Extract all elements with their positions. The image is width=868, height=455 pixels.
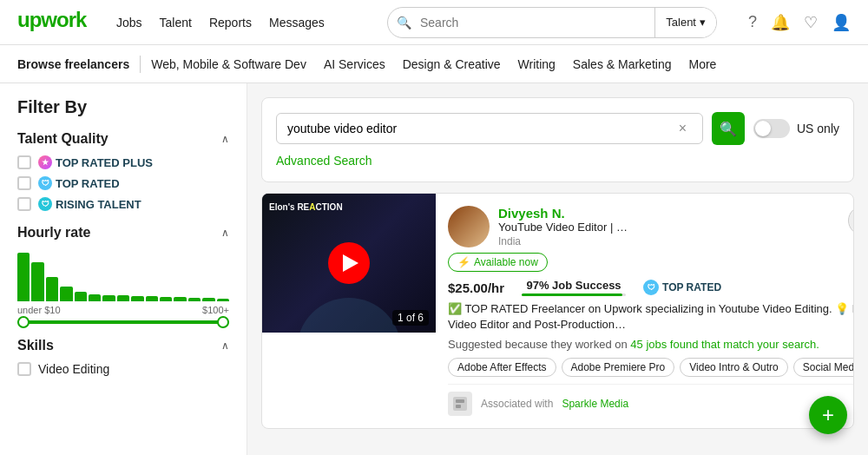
lightning-icon: ⚡: [457, 256, 470, 268]
tag-premiere-pro[interactable]: Adobe Premiere Pro: [562, 358, 675, 377]
top-rated-icon: 🛡: [643, 280, 659, 295]
hourly-rate-section: Hourly rate ∧ under $10 $100+: [17, 225, 229, 324]
card-video-thumbnail[interactable]: Elon's REACTION 1 of 6: [262, 194, 436, 333]
chart-bar: [31, 262, 43, 301]
subnav-writing[interactable]: Writing: [518, 57, 556, 71]
card-actions: ♡ Message Invite to Job: [848, 206, 854, 235]
browse-freelancers-label: Browse freelancers: [17, 57, 129, 71]
video-editing-checkbox[interactable]: [17, 362, 31, 376]
card-description: ✅ TOP RATED Freelancer on Upwork special…: [448, 301, 854, 333]
freelancer-search-field[interactable]: ×: [276, 113, 703, 144]
chart-bar: [202, 298, 214, 301]
fab-button[interactable]: +: [809, 396, 847, 434]
svg-rect-3: [456, 399, 464, 403]
company-name[interactable]: Sparkle Media: [562, 398, 628, 410]
chart-bar: [89, 294, 101, 301]
card-top: Divyesh N. YouTube Video Editor | … Indi…: [448, 206, 854, 247]
save-freelancer-button[interactable]: ♡: [848, 206, 854, 235]
advanced-search-link[interactable]: Advanced Search: [276, 154, 372, 168]
nav-messages[interactable]: Messages: [269, 16, 325, 30]
nav-jobs[interactable]: Jobs: [116, 16, 142, 30]
top-rated-plus-badge: ★ TOP RATED PLUS: [38, 155, 153, 169]
suggested-link[interactable]: 45 jobs found that match your search.: [630, 338, 819, 351]
main-nav: Jobs Talent Reports Messages: [116, 16, 325, 30]
skills-header[interactable]: Skills ∧: [17, 338, 229, 353]
profile-icon[interactable]: 👤: [832, 13, 851, 32]
job-success: 97% Job Success: [522, 279, 626, 296]
hourly-rate-header[interactable]: Hourly rate ∧: [17, 225, 229, 241]
logo[interactable]: upwork: [17, 8, 95, 37]
skills-title: Skills: [17, 338, 54, 353]
freelancer-name[interactable]: Divyesh N.: [498, 206, 628, 221]
chart-bar: [60, 287, 72, 301]
card-inner: Elon's REACTION 1 of 6: [262, 194, 853, 428]
nav-reports[interactable]: Reports: [209, 16, 252, 30]
talent-quality-title: Talent Quality: [17, 131, 108, 147]
filter-top-rated-plus[interactable]: ★ TOP RATED PLUS: [17, 155, 229, 169]
clear-search-button[interactable]: ×: [679, 121, 687, 136]
subnav-more[interactable]: More: [688, 57, 716, 71]
filter-top-rated[interactable]: 🛡 TOP RATED: [17, 176, 229, 190]
top-rated-checkbox[interactable]: [17, 176, 31, 190]
slider-thumb-right[interactable]: [217, 316, 229, 328]
skill-video-editing[interactable]: Video Editing: [17, 362, 229, 376]
video-play-button[interactable]: [328, 242, 370, 284]
content-area: × 🔍 US only Advanced Search Elon's REACT…: [247, 83, 868, 455]
us-only-toggle[interactable]: US only: [753, 119, 839, 138]
global-search-input[interactable]: [420, 16, 654, 30]
available-now-badge[interactable]: ⚡ Available now: [448, 253, 548, 272]
play-icon: [343, 254, 358, 272]
chart-bars: [17, 249, 229, 301]
nav-talent[interactable]: Talent: [160, 16, 192, 30]
search-submit-button[interactable]: 🔍: [712, 112, 745, 145]
chart-bar: [117, 295, 129, 301]
associated-label: Associated with: [481, 398, 553, 410]
freelancer-search-input[interactable]: [287, 122, 679, 135]
global-search-bar: 🔍 Talent ▾: [387, 7, 717, 38]
toggle-knob: [755, 121, 771, 136]
us-only-switch[interactable]: [753, 119, 790, 138]
top-rated-icon: 🛡: [38, 176, 52, 190]
rising-talent-checkbox[interactable]: [17, 197, 31, 211]
freelancer-details: Divyesh N. YouTube Video Editor | … Indi…: [498, 206, 628, 247]
hourly-rate-chevron: ∧: [221, 227, 229, 239]
subnav-divider: [140, 56, 141, 73]
hourly-rate-slider[interactable]: [17, 320, 229, 324]
subnav-design[interactable]: Design & Creative: [403, 57, 501, 71]
tag-after-effects[interactable]: Adobe After Effects: [448, 358, 556, 377]
search-category-button[interactable]: Talent ▾: [654, 8, 716, 37]
main-layout: Filter By Talent Quality ∧ ★ TOP RATED P…: [0, 83, 868, 455]
top-rated-plus-checkbox[interactable]: [17, 155, 31, 169]
filter-sidebar: Filter By Talent Quality ∧ ★ TOP RATED P…: [0, 83, 247, 455]
chart-bar: [146, 296, 158, 301]
rising-talent-badge: 🛡 RISING TALENT: [38, 197, 141, 211]
svg-point-1: [297, 298, 401, 333]
card-right: Divyesh N. YouTube Video Editor | … Indi…: [436, 194, 854, 428]
notifications-icon[interactable]: 🔔: [771, 13, 790, 32]
subnav-ai[interactable]: AI Services: [324, 57, 385, 71]
subnav-web[interactable]: Web, Mobile & Software Dev: [151, 57, 306, 71]
help-icon[interactable]: ?: [748, 13, 757, 31]
freelancer-location: India: [498, 235, 628, 247]
subnav: Browse freelancers Web, Mobile & Softwar…: [0, 45, 868, 83]
wishlist-icon[interactable]: ♡: [804, 13, 818, 32]
tag-video-intro[interactable]: Video Intro & Outro: [680, 358, 788, 377]
suggested-text: Suggested because they worked on 45 jobs…: [448, 338, 854, 351]
chart-bar: [17, 253, 30, 301]
chart-bar: [188, 298, 201, 301]
slider-thumb-left[interactable]: [17, 316, 30, 328]
skill-label: Video Editing: [38, 362, 109, 376]
tag-social-media[interactable]: Social Media Video: [793, 358, 854, 377]
subnav-sales[interactable]: Sales & Marketing: [573, 57, 672, 71]
job-success-label: 97% Job Success: [526, 279, 621, 292]
filter-rising-talent[interactable]: 🛡 RISING TALENT: [17, 197, 229, 211]
us-only-label: US only: [797, 122, 839, 135]
filter-title: Filter By: [17, 97, 229, 117]
search-icon: 🔍: [388, 16, 420, 30]
chart-bar: [131, 296, 143, 301]
chart-bar: [46, 277, 58, 301]
job-success-fill: [522, 293, 622, 296]
svg-text:upwork: upwork: [17, 8, 88, 31]
talent-quality-header[interactable]: Talent Quality ∧: [17, 131, 229, 147]
slider-fill: [17, 320, 229, 324]
